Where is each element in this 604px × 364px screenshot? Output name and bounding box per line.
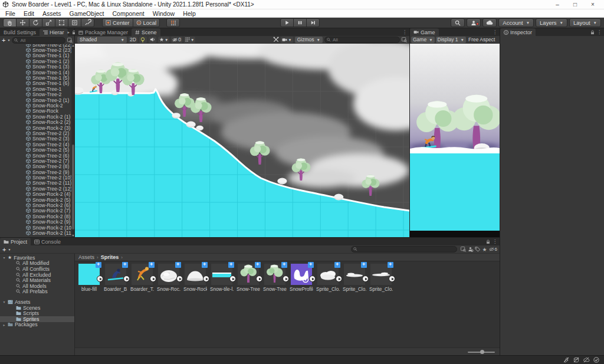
project-tree-row[interactable]: All Excluded	[0, 272, 74, 278]
project-tree-row[interactable]: All Modified	[0, 261, 74, 267]
sprite-item[interactable]: Boarder_B...	[105, 264, 126, 292]
tab-inspector[interactable]: Inspector	[500, 28, 536, 36]
sprite-item[interactable]: Snow-tile-l...	[211, 264, 232, 292]
project-tree-row[interactable]: Scenes	[0, 305, 74, 311]
tab-package-manager[interactable]: Package Manager	[75, 28, 132, 36]
hierarchy-item[interactable]: Snow-Tree-2 (12)	[0, 186, 74, 191]
hierarchy-item[interactable]: Snow-Rock-2 (2)	[0, 119, 74, 124]
hierarchy-item[interactable]: Snow-Tree-1 (2)	[0, 58, 74, 64]
expand-subassets-button[interactable]	[123, 276, 130, 282]
display-dropdown[interactable]: Display 1▼	[436, 37, 466, 43]
sprite-item[interactable]: Snow-Tree...	[264, 264, 285, 292]
hierarchy-scrollbar[interactable]	[71, 44, 74, 237]
collab-offline-icon[interactable]	[583, 357, 589, 363]
pause-button[interactable]	[293, 18, 307, 27]
breadcrumb-assets[interactable]: Assets	[78, 254, 94, 260]
sprite-item[interactable]: Snow-Roc...	[158, 264, 179, 292]
panel-menu-icon[interactable]: ⋮	[597, 29, 602, 35]
hierarchy-search-input[interactable]: All	[12, 37, 65, 44]
project-tree-row[interactable]: All Models	[0, 283, 74, 289]
move-tool-button[interactable]	[16, 18, 29, 27]
effects-dropdown[interactable]: ▼	[158, 37, 169, 43]
tab-project[interactable]: Project	[0, 238, 31, 245]
menu-item[interactable]: File	[1, 9, 19, 18]
sprite-item[interactable]: Sprite_Clo...	[370, 264, 392, 292]
hierarchy-item[interactable]: Snow-Rock-2 (11)	[0, 230, 74, 235]
hidden-count-indicator[interactable]: 6	[489, 247, 497, 252]
maximize-button[interactable]: □	[566, 0, 584, 9]
tab-scene[interactable]: Scene	[132, 28, 160, 36]
hierarchy-item[interactable]: Snow-Rock-2 (7)	[0, 208, 74, 214]
hierarchy-item[interactable]: Snow-Tree-2 (8)	[0, 164, 74, 169]
expand-subassets-button[interactable]	[389, 276, 395, 282]
scene-viewport[interactable]	[75, 44, 409, 237]
2d-toggle[interactable]: 2D	[129, 37, 137, 43]
menu-item[interactable]: Component	[108, 9, 148, 18]
sprite-item[interactable]: Sprite_Clo...	[344, 264, 365, 292]
search-window-icon[interactable]	[461, 247, 466, 252]
menu-item[interactable]: Window	[149, 9, 179, 18]
expand-subassets-button[interactable]	[97, 276, 103, 282]
hand-tool-button[interactable]	[3, 18, 17, 27]
sprite-item[interactable]: Boarder_T...	[132, 264, 153, 292]
project-tree-row[interactable]: ▸ Packages	[0, 322, 74, 328]
favorites-star-icon[interactable]: ★	[482, 247, 487, 252]
hierarchy-item[interactable]: Snow-Rock-2 (6)	[0, 202, 74, 208]
expand-subassets-button[interactable]	[336, 276, 342, 282]
cloud-button[interactable]	[482, 18, 497, 27]
tab-hierarchy[interactable]: Hierar	[40, 28, 68, 36]
gizmos-dropdown[interactable]: Gizmos▼	[295, 37, 323, 43]
hierarchy-item[interactable]: Snow-Tree-2 (9)	[0, 169, 74, 175]
menu-item[interactable]: Assets	[38, 9, 65, 18]
pivot-mode-button[interactable]: Center	[102, 18, 133, 27]
hierarchy-item[interactable]: Snow-Rock-2 (10)	[0, 225, 74, 230]
expand-subassets-button[interactable]	[150, 276, 156, 282]
grid-visibility-dropdown[interactable]: ▼	[184, 37, 195, 43]
tab-console[interactable]: Console	[31, 238, 64, 245]
expand-subassets-button[interactable]	[283, 276, 289, 282]
minimize-button[interactable]: –	[549, 0, 566, 9]
expand-subassets-button[interactable]	[256, 276, 262, 282]
play-button[interactable]	[280, 18, 294, 27]
menu-item[interactable]: Edit	[19, 9, 38, 18]
hierarchy-item[interactable]: Snow-Tree-2 (6)	[0, 153, 74, 158]
hierarchy-item[interactable]: Snow-Tree-1 (3)	[0, 64, 74, 70]
console-status-ok-icon[interactable]	[593, 357, 599, 363]
hierarchy-item[interactable]: Snow-Tree-2 (1)	[0, 97, 74, 103]
hierarchy-item[interactable]: Snow-Tree-2	[0, 92, 74, 97]
project-tree-row[interactable]: Scripts	[0, 310, 74, 316]
menu-item[interactable]: Help	[179, 9, 200, 18]
project-tree-row[interactable]: Sprites	[0, 316, 74, 322]
hierarchy-item[interactable]: Snow-Tree-2 (23)	[0, 47, 74, 53]
lighting-toggle[interactable]	[139, 37, 147, 43]
scene-camera-dropdown[interactable]: ▼	[281, 37, 293, 43]
hierarchy-item[interactable]: Snow-Rock-2 (3)	[0, 125, 74, 130]
shading-mode-dropdown[interactable]: Shaded▼	[77, 37, 127, 43]
panel-menu-icon[interactable]: ⋮	[402, 29, 407, 35]
breadcrumb-sprites[interactable]: Sprites	[101, 254, 119, 260]
panel-menu-icon[interactable]: ⋮	[493, 29, 497, 35]
hierarchy-item[interactable]: Snow-Rock-2 (5)	[0, 197, 74, 202]
search-by-label-icon[interactable]	[475, 247, 480, 252]
tab-overflow-icon[interactable]: ▸	[68, 30, 70, 35]
panel-menu-icon[interactable]: ⋮	[493, 239, 497, 244]
search-by-type-icon[interactable]	[468, 247, 473, 252]
space-mode-button[interactable]: Local	[133, 18, 160, 27]
project-tree-row[interactable]: ▾ Assets	[0, 299, 74, 305]
expand-subassets-button[interactable]	[362, 276, 369, 282]
search-button[interactable]	[451, 18, 465, 27]
hierarchy-item[interactable]: Snow-Rock	[0, 109, 74, 114]
tab-build-settings[interactable]: Build Settings	[0, 28, 40, 36]
hierarchy-item[interactable]: Snow-Tree-2 (11)	[0, 181, 74, 186]
scale-tool-button[interactable]	[42, 18, 55, 27]
lock-icon[interactable]	[486, 240, 490, 244]
visibility-toggle[interactable]: 0	[171, 37, 182, 43]
close-button[interactable]: ×	[584, 0, 602, 9]
hierarchy-item[interactable]: Snow-Tree-2 (10)	[0, 175, 74, 180]
project-tree-row[interactable]: All Conflicts	[0, 266, 74, 272]
hierarchy-item[interactable]: Snow-Tree-2 (4)	[0, 142, 74, 147]
sprite-item[interactable]: Snow-Rock	[185, 264, 206, 292]
tab-game[interactable]: Game	[410, 28, 439, 36]
grid-snap-button[interactable]	[166, 18, 180, 27]
project-tree-row[interactable]: All Prefabs	[0, 289, 74, 295]
